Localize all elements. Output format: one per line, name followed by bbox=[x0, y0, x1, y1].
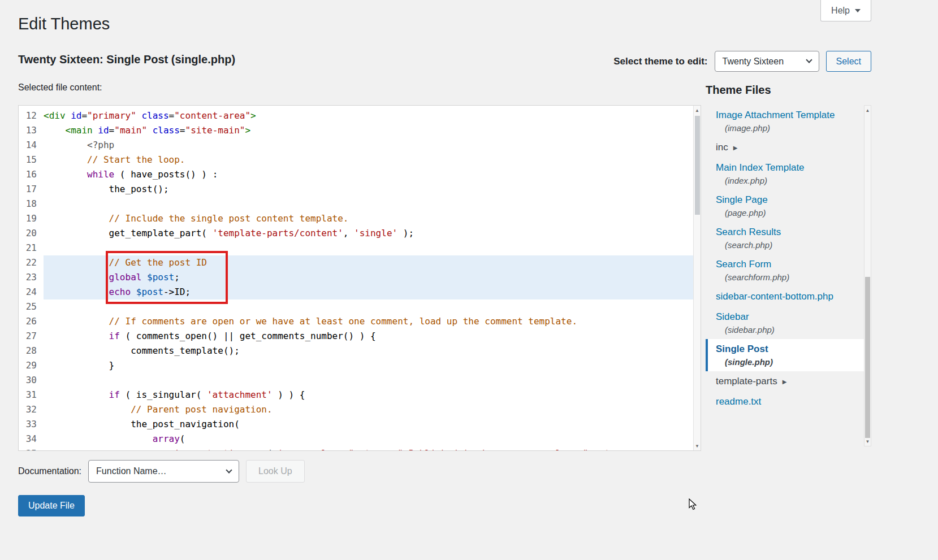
code-text bbox=[44, 299, 693, 314]
theme-files-scrollbar[interactable]: ▲ ▼ bbox=[864, 105, 871, 446]
code-line: 12<div id="primary" class="content-area"… bbox=[19, 108, 693, 123]
theme-select-value: Twenty Sixteen bbox=[723, 57, 784, 67]
line-number: 25 bbox=[19, 299, 44, 314]
line-number: 19 bbox=[19, 211, 44, 226]
scroll-down-arrow-icon[interactable]: ▼ bbox=[864, 437, 871, 445]
theme-file-item[interactable]: Sidebar(sidebar.php) bbox=[706, 307, 864, 339]
scroll-down-arrow-icon[interactable]: ▼ bbox=[694, 442, 701, 450]
theme-file-link[interactable]: Search Form bbox=[716, 259, 771, 270]
theme-file-link[interactable]: sidebar-content-bottom.php bbox=[716, 291, 833, 302]
theme-file-item[interactable]: Single Post(single.php) bbox=[706, 339, 864, 371]
theme-file-filename: (page.php) bbox=[716, 206, 864, 218]
chevron-down-icon bbox=[226, 467, 232, 473]
chevron-down-icon bbox=[806, 57, 812, 63]
selected-file-content-label: Selected file content: bbox=[18, 83, 102, 93]
code-text: <div id="primary" class="content-area"> bbox=[44, 108, 693, 123]
line-number: 15 bbox=[19, 153, 44, 167]
line-number: 14 bbox=[19, 138, 44, 153]
documentation-row: Documentation: Function Name… Look Up bbox=[18, 460, 305, 483]
lookup-button[interactable]: Look Up bbox=[246, 460, 305, 483]
line-number: 30 bbox=[19, 373, 44, 388]
update-file-button[interactable]: Update File bbox=[18, 495, 85, 516]
line-number: 29 bbox=[19, 358, 44, 373]
code-lines: 12<div id="primary" class="content-area"… bbox=[19, 106, 693, 451]
code-line: 14 <?php bbox=[19, 138, 693, 153]
code-line: 31 if ( is_singular( 'attachment' ) ) { bbox=[19, 388, 693, 402]
help-label: Help bbox=[831, 6, 850, 16]
code-line: 17 the_post(); bbox=[19, 182, 693, 197]
code-editor[interactable]: 12<div id="primary" class="content-area"… bbox=[18, 105, 701, 451]
theme-files-scrollbar-thumb[interactable] bbox=[865, 277, 870, 438]
code-text: the_post(); bbox=[44, 182, 693, 197]
code-line: 32 // Parent post navigation. bbox=[19, 402, 693, 417]
line-number: 27 bbox=[19, 329, 44, 344]
code-text: if ( comments_open() || get_comments_num… bbox=[44, 329, 693, 344]
scroll-up-arrow-icon[interactable]: ▲ bbox=[694, 106, 701, 114]
theme-select-dropdown[interactable]: Twenty Sixteen bbox=[715, 51, 819, 72]
line-number: 17 bbox=[19, 182, 44, 197]
scroll-up-arrow-icon[interactable]: ▲ bbox=[864, 106, 871, 114]
theme-file-filename: (sidebar.php) bbox=[716, 323, 864, 335]
code-line: 20 get_template_part( 'template-parts/co… bbox=[19, 226, 693, 241]
folder-expand-icon: ▶ bbox=[733, 145, 738, 151]
function-name-dropdown[interactable]: Function Name… bbox=[88, 460, 239, 483]
theme-file-link[interactable]: Single Page bbox=[716, 194, 768, 205]
code-line: 21 bbox=[19, 241, 693, 255]
theme-file-item[interactable]: readme.txt bbox=[706, 392, 864, 412]
theme-files-title: Theme Files bbox=[706, 84, 771, 97]
theme-file-item[interactable]: Main Index Template(index.php) bbox=[706, 158, 864, 190]
mouse-cursor-icon bbox=[689, 498, 700, 511]
code-line: 19 // Include the single post content te… bbox=[19, 211, 693, 226]
code-line: 30 bbox=[19, 373, 693, 388]
theme-files-list: Image Attachment Template(image.php)inc▶… bbox=[706, 105, 864, 412]
theme-file-filename: (single.php) bbox=[716, 355, 864, 367]
editor-scrollbar-thumb[interactable] bbox=[695, 116, 700, 215]
theme-folder-item[interactable]: inc▶ bbox=[706, 137, 864, 158]
line-number: 23 bbox=[19, 270, 44, 285]
theme-file-filename: (image.php) bbox=[716, 121, 864, 133]
code-text: // Get the post ID bbox=[44, 255, 693, 270]
function-name-value: Function Name… bbox=[96, 466, 167, 476]
theme-file-link[interactable]: readme.txt bbox=[716, 396, 761, 407]
line-number: 22 bbox=[19, 255, 44, 270]
theme-file-link[interactable]: Main Index Template bbox=[716, 162, 805, 173]
code-line: 25 bbox=[19, 299, 693, 314]
chevron-down-icon bbox=[855, 9, 861, 12]
code-text: <?php bbox=[44, 138, 693, 153]
theme-file-item[interactable]: Image Attachment Template(image.php) bbox=[706, 105, 864, 137]
code-text: // Include the single post content templ… bbox=[44, 211, 693, 226]
line-number: 33 bbox=[19, 417, 44, 432]
line-number: 12 bbox=[19, 108, 44, 123]
help-tab[interactable]: Help bbox=[820, 0, 871, 21]
theme-file-item[interactable]: sidebar-content-bottom.php bbox=[706, 286, 864, 307]
code-line: 28 comments_template(); bbox=[19, 344, 693, 358]
current-file-title: Twenty Sixteen: Single Post (single.php) bbox=[18, 53, 235, 66]
editor-scrollbar[interactable]: ▲ ▼ bbox=[693, 106, 701, 450]
code-line: 26 // If comments are open or we have at… bbox=[19, 314, 693, 329]
theme-file-link[interactable]: Image Attachment Template bbox=[716, 110, 835, 120]
page-title: Edit Themes bbox=[18, 15, 110, 33]
line-number: 31 bbox=[19, 388, 44, 402]
line-number: 13 bbox=[19, 123, 44, 138]
code-text: if ( is_singular( 'attachment' ) ) { bbox=[44, 388, 693, 402]
theme-file-link[interactable]: Search Results bbox=[716, 227, 781, 237]
theme-file-link[interactable]: template-parts bbox=[716, 376, 777, 387]
line-number: 24 bbox=[19, 285, 44, 299]
theme-file-link[interactable]: inc bbox=[716, 142, 728, 153]
code-text: } bbox=[44, 358, 693, 373]
theme-file-link[interactable]: Sidebar bbox=[716, 311, 749, 322]
theme-file-item[interactable]: Single Page(page.php) bbox=[706, 190, 864, 222]
theme-folder-item[interactable]: template-parts▶ bbox=[706, 371, 864, 392]
select-theme-button[interactable]: Select bbox=[826, 51, 871, 72]
code-line: 35 'prev_text' => _x( '<span class="meta… bbox=[19, 446, 693, 451]
theme-file-item[interactable]: Search Results(search.php) bbox=[706, 222, 864, 254]
theme-file-filename: (index.php) bbox=[716, 173, 864, 185]
code-text bbox=[44, 197, 693, 211]
code-text: array( bbox=[44, 432, 693, 446]
code-text: get_template_part( 'template-parts/conte… bbox=[44, 226, 693, 241]
line-number: 32 bbox=[19, 402, 44, 417]
code-line: 22 // Get the post ID bbox=[19, 255, 693, 270]
theme-file-item[interactable]: Search Form(searchform.php) bbox=[706, 254, 864, 286]
theme-file-link[interactable]: Single Post bbox=[716, 344, 768, 354]
code-text: echo $post->ID; bbox=[44, 285, 693, 299]
